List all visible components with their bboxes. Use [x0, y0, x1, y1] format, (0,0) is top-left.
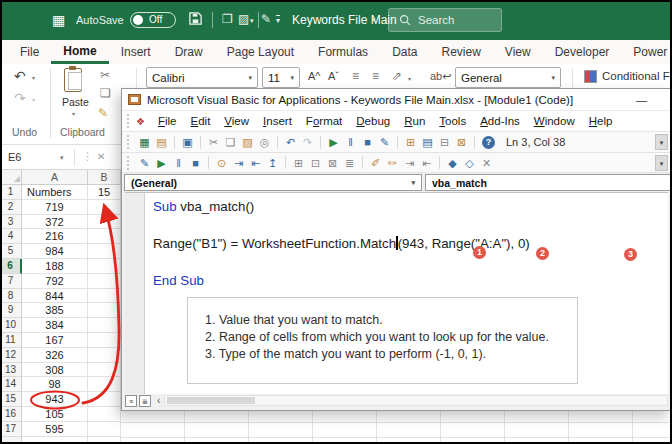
- vba-menu-edit[interactable]: Edit: [184, 115, 218, 127]
- watch-window-icon[interactable]: ⊠: [324, 155, 341, 171]
- drag-handle-icon[interactable]: [127, 135, 131, 149]
- next-bookmark-icon[interactable]: ◇: [461, 155, 478, 171]
- conditional-formatting-icon[interactable]: [584, 70, 597, 83]
- cancel-icon[interactable]: ✕: [97, 151, 105, 162]
- font-name-select[interactable]: Calibri ▾: [146, 67, 258, 88]
- toggle-breakpoint-icon[interactable]: ⊙: [213, 155, 230, 171]
- project-explorer-icon[interactable]: ⊞: [402, 134, 419, 150]
- immediate-window-icon[interactable]: ⊡: [307, 155, 324, 171]
- tab-draw[interactable]: Draw: [163, 40, 215, 64]
- cell-a9[interactable]: 385: [22, 303, 88, 318]
- drag-handle-icon[interactable]: [127, 156, 131, 170]
- cell-b12[interactable]: [88, 348, 121, 363]
- outdent-icon[interactable]: ⇤: [418, 155, 435, 171]
- tab-review[interactable]: Review: [429, 40, 492, 64]
- row-header-4[interactable]: 4: [0, 229, 22, 244]
- code-line[interactable]: [153, 254, 668, 273]
- code-line[interactable]: Range("B1") = WorksheetFunction.Match(94…: [153, 235, 668, 254]
- excel-app-icon[interactable]: ▦: [52, 12, 65, 28]
- cell-b4[interactable]: [88, 229, 121, 244]
- step-over-icon[interactable]: ⇤: [247, 155, 264, 171]
- vba-menu-debug[interactable]: Debug: [349, 115, 397, 127]
- grow-font-icon[interactable]: A^: [308, 70, 321, 82]
- code-line[interactable]: End Sub: [153, 272, 668, 291]
- tab-page-layout[interactable]: Page Layout: [215, 40, 306, 64]
- horizontal-scrollbar[interactable]: [164, 395, 668, 406]
- cell-a16[interactable]: 105: [22, 407, 88, 422]
- paste-icon[interactable]: ▨: [239, 134, 256, 150]
- row-header-6[interactable]: 6: [0, 259, 22, 274]
- vba-titlebar[interactable]: Microsoft Visual Basic for Applications …: [122, 89, 671, 111]
- cell-a3[interactable]: 372: [22, 215, 88, 230]
- comment-block-icon[interactable]: ✐: [367, 155, 384, 171]
- bookmark-icon[interactable]: ◆: [444, 155, 461, 171]
- row-header-13[interactable]: 13: [0, 363, 22, 378]
- document-title[interactable]: Keywords File Main: [292, 13, 397, 27]
- align-center-icon[interactable]: ≡: [352, 69, 359, 83]
- vba-menu-help[interactable]: Help: [582, 115, 620, 127]
- cell-b7[interactable]: [88, 274, 121, 289]
- tab-formulas[interactable]: Formulas: [306, 40, 380, 64]
- cell-a13[interactable]: 308: [22, 363, 88, 378]
- cell-b14[interactable]: [88, 377, 121, 392]
- drag-handle-icon[interactable]: [127, 114, 131, 128]
- save-icon[interactable]: ▣: [179, 134, 196, 150]
- font-size-select[interactable]: 11 ▾: [262, 67, 300, 88]
- step-into-icon[interactable]: ⇥: [230, 155, 247, 171]
- paste-label[interactable]: Paste: [62, 96, 89, 108]
- chevron-down-icon[interactable]: ▾: [32, 74, 35, 81]
- row-header-14[interactable]: 14: [0, 377, 22, 392]
- cell-a2[interactable]: 719: [22, 200, 88, 215]
- cell-a15[interactable]: 943: [22, 392, 88, 407]
- procedure-view-icon[interactable]: ≡: [125, 395, 137, 407]
- vba-menu-window[interactable]: Window: [527, 115, 582, 127]
- break-icon[interactable]: ‖: [342, 134, 359, 150]
- row-header-15[interactable]: 15: [0, 392, 22, 407]
- chevron-down-icon[interactable]: ▾: [72, 110, 75, 117]
- reset-icon[interactable]: ■: [359, 134, 376, 150]
- vba-menu-insert[interactable]: Insert: [256, 115, 299, 127]
- call-stack-icon[interactable]: ≣: [341, 155, 358, 171]
- name-box[interactable]: E6: [8, 151, 21, 163]
- vba-menu-file[interactable]: File: [151, 115, 184, 127]
- paste-icon[interactable]: [64, 68, 82, 92]
- shrink-font-icon[interactable]: Aˇ: [328, 70, 339, 82]
- design-mode-icon[interactable]: ✎: [376, 134, 393, 150]
- row-header-17[interactable]: 17: [0, 422, 22, 437]
- vba-menu-run[interactable]: Run: [397, 115, 432, 127]
- row-header-8[interactable]: 8: [0, 289, 22, 304]
- reset-2-icon[interactable]: ■: [187, 155, 204, 171]
- uncomment-block-icon[interactable]: ✏: [384, 155, 401, 171]
- cut-icon[interactable]: ✂: [205, 134, 222, 150]
- copy-icon[interactable]: ❏: [100, 86, 111, 100]
- tab-view[interactable]: View: [493, 40, 543, 64]
- cell-b15[interactable]: [88, 392, 121, 407]
- cell-b17[interactable]: [88, 422, 121, 437]
- cell-b2[interactable]: [88, 200, 121, 215]
- row-header-7[interactable]: 7: [0, 274, 22, 289]
- run-sub-2-icon[interactable]: ▶: [153, 155, 170, 171]
- number-format-select[interactable]: General ▾: [455, 67, 561, 88]
- cell-a18[interactable]: [22, 437, 88, 444]
- row-header-9[interactable]: 9: [0, 303, 22, 318]
- tab-data[interactable]: Data: [380, 40, 429, 64]
- code-line[interactable]: Sub vba_match(): [153, 198, 668, 217]
- qat-overflow-icon[interactable]: ▾: [276, 15, 280, 25]
- chevron-down-icon[interactable]: ▾: [60, 154, 64, 162]
- tab-file[interactable]: File: [8, 40, 51, 64]
- vba-menu-view[interactable]: View: [217, 115, 256, 127]
- cell-a7[interactable]: 792: [22, 274, 88, 289]
- cell-a1[interactable]: Numbers: [22, 185, 88, 200]
- row-header-10[interactable]: 10: [0, 318, 22, 333]
- autosave-toggle[interactable]: Off: [130, 12, 176, 28]
- procedure-dropdown[interactable]: vba_match: [425, 174, 671, 191]
- conditional-formatting-label[interactable]: Conditional Formatting: [602, 70, 672, 82]
- cell-a8[interactable]: 844: [22, 289, 88, 304]
- design-mode-2-icon[interactable]: ✎: [136, 155, 153, 171]
- properties-window-icon[interactable]: ▤: [419, 134, 436, 150]
- insert-userform-icon[interactable]: ▤: [153, 134, 170, 150]
- vba-menu-format[interactable]: Format: [299, 115, 349, 127]
- code-line[interactable]: [153, 217, 668, 236]
- object-browser-icon[interactable]: ⊟: [436, 134, 453, 150]
- row-header-11[interactable]: 11: [0, 333, 22, 348]
